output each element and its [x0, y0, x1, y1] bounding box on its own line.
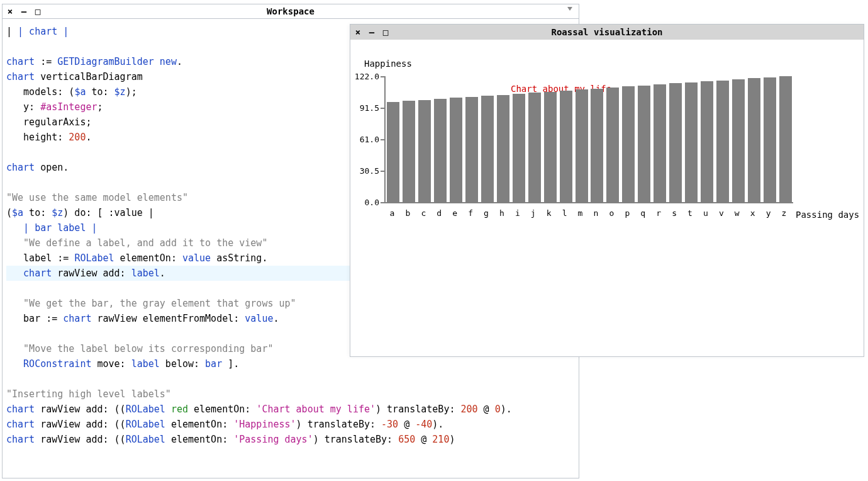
x-tick-label: l	[559, 208, 571, 218]
x-tick-label: v	[715, 208, 728, 218]
chart-bar[interactable]	[576, 89, 588, 202]
x-tick-label: j	[527, 208, 540, 218]
chart-bar[interactable]	[403, 101, 415, 202]
chart-bar[interactable]	[638, 86, 650, 202]
close-icon[interactable]: ×	[354, 28, 362, 37]
minimize-icon[interactable]: –	[368, 28, 376, 37]
x-tick-label: h	[496, 208, 508, 218]
chart-bar[interactable]	[685, 82, 698, 202]
y-tick	[381, 171, 384, 172]
chart-bar[interactable]	[748, 78, 760, 202]
chart-bar[interactable]	[732, 79, 745, 202]
menu-chevron-down-icon[interactable]	[567, 7, 572, 11]
x-tick-label: n	[589, 208, 602, 218]
chart-bar[interactable]	[434, 99, 447, 202]
y-tick	[381, 76, 384, 77]
y-tick-label: 0.0	[354, 198, 379, 207]
x-tick-label: s	[668, 208, 681, 218]
chart-bar[interactable]	[622, 86, 635, 202]
chart-bar[interactable]	[450, 98, 462, 202]
chart-bar[interactable]	[764, 77, 776, 202]
x-tick-label: w	[731, 208, 743, 218]
y-tick-label: 122.0	[354, 72, 379, 81]
y-tick	[381, 108, 384, 109]
workspace-titlebar[interactable]: × – □ Workspace	[3, 4, 579, 19]
y-tick-label: 91.5	[354, 103, 379, 113]
x-tick-label: a	[386, 208, 398, 218]
chart-bar[interactable]	[418, 100, 431, 202]
x-tick-label: p	[621, 208, 633, 218]
chart-bar[interactable]	[544, 92, 557, 202]
x-tick-label: q	[637, 208, 649, 218]
chart-bar[interactable]	[387, 102, 399, 202]
y-tick	[381, 139, 384, 140]
chart-bar[interactable]	[465, 97, 478, 202]
chart-bar[interactable]	[528, 93, 541, 202]
close-icon[interactable]: ×	[6, 7, 14, 16]
x-tick-label: o	[605, 208, 618, 218]
chart-bar[interactable]	[701, 81, 713, 202]
visualization-titlebar[interactable]: × – □ Roassal visualization	[350, 25, 864, 40]
x-tick-label: c	[417, 208, 430, 218]
x-tick-label: k	[543, 208, 555, 218]
chart-bar[interactable]	[606, 88, 619, 202]
x-tick-label: i	[511, 208, 524, 218]
chart-bar[interactable]	[654, 84, 666, 202]
chart-bar[interactable]	[560, 91, 572, 202]
x-tick-label: z	[778, 208, 791, 218]
chart-bar[interactable]	[481, 96, 494, 202]
x-tick-label: g	[480, 208, 492, 218]
chart-bar[interactable]	[779, 76, 792, 202]
x-tick-label: x	[747, 208, 759, 218]
chart-bar[interactable]	[716, 81, 729, 202]
x-tick-label: r	[652, 208, 665, 218]
x-tick-label: t	[684, 208, 696, 218]
chart-canvas[interactable]: Happiness Chart about my life 0.030.561.…	[350, 40, 864, 356]
minimize-icon[interactable]: –	[20, 7, 28, 16]
maximize-icon[interactable]: □	[382, 28, 389, 37]
visualization-title: Roassal visualization	[350, 27, 864, 37]
chart-xlabel: Passing days	[796, 210, 859, 220]
chart-bar[interactable]	[497, 95, 509, 202]
x-tick-label: d	[433, 208, 445, 218]
x-tick-label: m	[574, 208, 587, 218]
y-tick	[381, 202, 384, 203]
chart-bar[interactable]	[591, 89, 603, 202]
workspace-title: Workspace	[3, 6, 579, 16]
x-tick-label: b	[401, 208, 414, 218]
x-tick-label: e	[448, 208, 461, 218]
x-tick-label: y	[762, 208, 775, 218]
visualization-window: × – □ Roassal visualization Happiness Ch…	[350, 24, 864, 357]
maximize-icon[interactable]: □	[34, 7, 42, 16]
y-tick-label: 61.0	[354, 135, 379, 144]
chart-bar[interactable]	[513, 94, 525, 202]
chart-bar[interactable]	[669, 83, 682, 202]
x-tick-label: u	[699, 208, 712, 218]
chart-ylabel: Happiness	[364, 59, 412, 69]
x-tick-label: f	[464, 208, 477, 218]
x-axis	[384, 202, 793, 203]
y-tick-label: 30.5	[354, 166, 379, 176]
bars-container	[386, 76, 793, 202]
